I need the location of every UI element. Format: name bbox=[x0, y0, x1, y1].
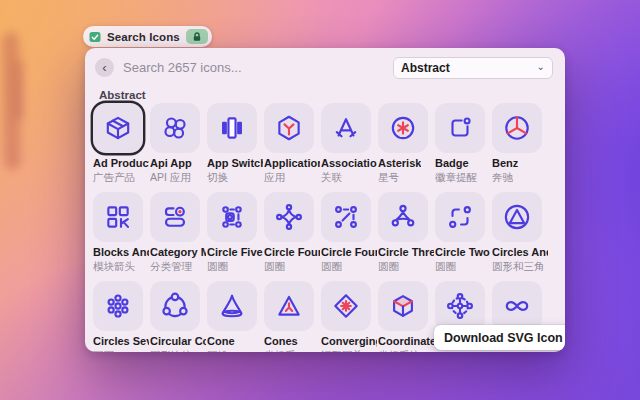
icon-tile-circle-four[interactable]: Circle Four圆圈 bbox=[264, 192, 321, 281]
icon-label-en: Application... bbox=[264, 157, 320, 170]
icon-label-en: Badge bbox=[435, 157, 469, 170]
icon-label-zh: 广告产品 bbox=[93, 171, 135, 184]
tile-box bbox=[435, 192, 485, 242]
icon-tile-app-switch[interactable]: App Switch切换 bbox=[207, 103, 264, 192]
icon-label-zh: 圆圈 bbox=[378, 260, 399, 273]
tile-box bbox=[207, 192, 257, 242]
icon-label-zh: 圆圈 bbox=[93, 349, 114, 352]
circle-four-icon bbox=[274, 202, 304, 232]
coordinate-system-icon bbox=[388, 291, 418, 321]
icon-tile-circle-five-line[interactable]: Circle Five L...圆圈 bbox=[207, 192, 264, 281]
tile-box bbox=[378, 103, 428, 153]
api-app-icon bbox=[160, 113, 190, 143]
tile-box bbox=[492, 281, 542, 331]
icon-tile-circle-two-line[interactable]: Circle Two L...圆圈 bbox=[435, 192, 492, 281]
icon-tile-category-management[interactable]: Category M...分类管理 bbox=[150, 192, 207, 281]
cone-icon bbox=[217, 291, 247, 321]
icon-tile-blocks-and-arrows[interactable]: Blocks And...模块箭头 bbox=[93, 192, 150, 281]
cones-icon bbox=[274, 291, 304, 321]
icon-tile-ad-product[interactable]: Ad Product广告产品 bbox=[93, 103, 150, 192]
icon-label-zh: 分类管理 bbox=[150, 260, 192, 273]
badge-icon bbox=[445, 113, 475, 143]
circle-five-line-icon bbox=[217, 202, 247, 232]
icon-tile-circles-seven[interactable]: Circles Seven圆圈 bbox=[93, 281, 150, 352]
icon-search-window: ‹ Search 2657 icons... Abstract ⌄ Abstra… bbox=[85, 48, 565, 352]
tile-box bbox=[93, 192, 143, 242]
icon-label-en: Cone bbox=[207, 335, 235, 348]
association-icon bbox=[331, 113, 361, 143]
icon-label-zh: 坐标系 bbox=[264, 349, 296, 352]
crossing-icon bbox=[445, 291, 475, 321]
icon-tile-circular-connection[interactable]: Circular Con...圆形连接 bbox=[150, 281, 207, 352]
section-title: Abstract bbox=[99, 89, 565, 101]
tile-box bbox=[207, 281, 257, 331]
icon-label-en: Circular Con... bbox=[150, 335, 206, 348]
icon-label-en: Circle Three bbox=[378, 246, 434, 259]
icon-label-en: App Switch bbox=[207, 157, 263, 170]
window-header: ‹ Search 2657 icons... Abstract ⌄ bbox=[85, 48, 565, 84]
icon-label-zh: API 应用 bbox=[150, 171, 191, 184]
category-dropdown-value: Abstract bbox=[401, 61, 450, 75]
category-dropdown[interactable]: Abstract ⌄ bbox=[393, 57, 553, 79]
icon-label-en: Coordinate... bbox=[378, 335, 434, 348]
tile-box bbox=[378, 281, 428, 331]
icon-label-zh: 徽章提醒 bbox=[435, 171, 477, 184]
icon-tile-circle-three[interactable]: Circle Three圆圈 bbox=[378, 192, 435, 281]
icon-label-zh: 圆锥 bbox=[207, 349, 228, 352]
tile-box bbox=[150, 192, 200, 242]
app-favicon-icon bbox=[89, 31, 101, 43]
tile-box bbox=[378, 192, 428, 242]
icon-tile-converging[interactable]: Converging...汇聚网关 bbox=[321, 281, 378, 352]
icon-label-zh: 切换 bbox=[207, 171, 228, 184]
icon-label-zh: 奔驰 bbox=[492, 171, 513, 184]
icon-label-zh: 坐标系统 bbox=[378, 349, 420, 352]
category-management-icon bbox=[160, 202, 190, 232]
wallpaper-smudge bbox=[14, 60, 24, 120]
icon-label-en: Circle Two L... bbox=[435, 246, 491, 259]
icon-tile-application[interactable]: Application...应用 bbox=[264, 103, 321, 192]
icon-tile-association[interactable]: Association关联 bbox=[321, 103, 378, 192]
icon-label-zh: 模块箭头 bbox=[93, 260, 135, 273]
chevron-down-icon: ⌄ bbox=[537, 61, 545, 72]
download-svg-tooltip[interactable]: Download SVG Icon >_ bbox=[434, 325, 565, 350]
tile-box bbox=[264, 281, 314, 331]
search-input[interactable]: Search 2657 icons... bbox=[123, 60, 384, 75]
lock-icon bbox=[186, 29, 208, 44]
tile-box bbox=[321, 103, 371, 153]
icon-tile-asterisk[interactable]: Asterisk星号 bbox=[378, 103, 435, 192]
mobius-icon bbox=[502, 291, 532, 321]
asterisk-icon bbox=[388, 113, 418, 143]
circles-and-triangle-icon bbox=[502, 202, 532, 232]
icon-tile-benz[interactable]: Benz奔驰 bbox=[492, 103, 549, 192]
icon-label-zh: 圆圈 bbox=[207, 260, 228, 273]
icon-tile-circles-and-triangle[interactable]: Circles And...圆形和三角 bbox=[492, 192, 549, 281]
circle-three-icon bbox=[388, 202, 418, 232]
tile-box bbox=[207, 103, 257, 153]
converging-icon bbox=[331, 291, 361, 321]
window-title-chip[interactable]: Search Icons bbox=[83, 26, 212, 47]
tile-box bbox=[492, 192, 542, 242]
tile-box bbox=[321, 192, 371, 242]
icon-tile-badge[interactable]: Badge徽章提醒 bbox=[435, 103, 492, 192]
app-switch-icon bbox=[217, 113, 247, 143]
benz-icon bbox=[502, 113, 532, 143]
icon-label-zh: 圆形和三角 bbox=[492, 260, 545, 273]
window-title: Search Icons bbox=[107, 31, 180, 43]
icon-label-en: Converging... bbox=[321, 335, 377, 348]
desktop: Search Icons ‹ Search 2657 icons... Abst… bbox=[0, 0, 640, 400]
tile-box bbox=[435, 103, 485, 153]
icon-label-en: Category M... bbox=[150, 246, 206, 259]
tile-box bbox=[150, 281, 200, 331]
icon-tile-circle-four-line[interactable]: Circle Four...圆圈 bbox=[321, 192, 378, 281]
back-button[interactable]: ‹ bbox=[95, 58, 114, 77]
tooltip-label: Download SVG Icon bbox=[444, 331, 563, 345]
icon-tile-cone[interactable]: Cone圆锥 bbox=[207, 281, 264, 352]
icon-label-zh: 应用 bbox=[264, 171, 285, 184]
icon-tile-coordinate-system[interactable]: Coordinate...坐标系统 bbox=[378, 281, 435, 352]
icon-tile-api-app[interactable]: Api AppAPI 应用 bbox=[150, 103, 207, 192]
circles-seven-icon bbox=[103, 291, 133, 321]
tile-box bbox=[150, 103, 200, 153]
icon-tile-cones[interactable]: Cones坐标系 bbox=[264, 281, 321, 352]
icon-label-en: Circles And... bbox=[492, 246, 548, 259]
icon-label-en: Blocks And... bbox=[93, 246, 149, 259]
